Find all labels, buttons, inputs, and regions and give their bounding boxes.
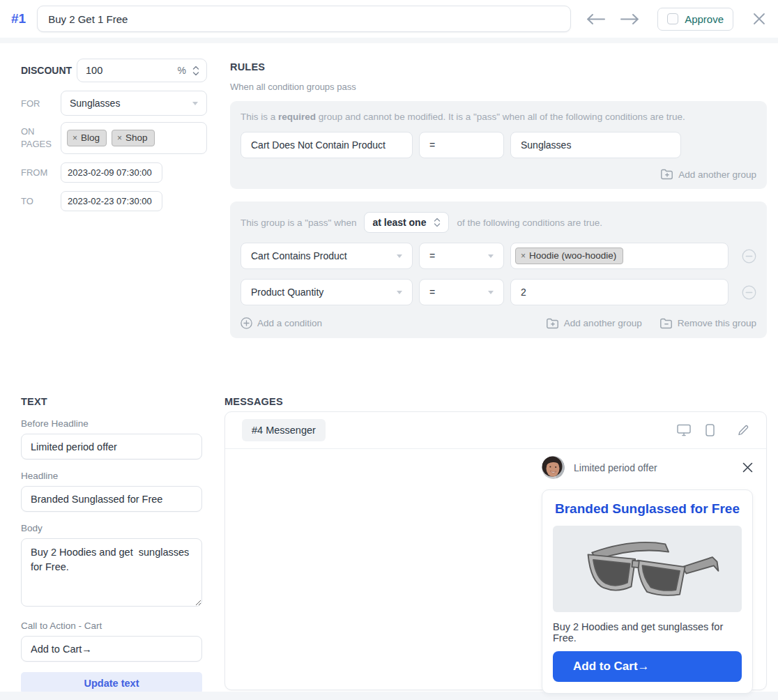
text-section: TEXT Before Headline Headline Body Buy 2… bbox=[21, 396, 202, 694]
to-row: TO bbox=[21, 191, 207, 211]
update-text-button[interactable]: Update text bbox=[21, 672, 202, 694]
page-tag-shop[interactable]: × Shop bbox=[112, 130, 155, 146]
mobile-preview-icon[interactable] bbox=[705, 424, 715, 436]
widget-header: Limited period offer bbox=[542, 456, 753, 479]
group-footer: Add another group bbox=[241, 169, 756, 180]
cta-input[interactable] bbox=[21, 636, 202, 662]
add-to-cart-button[interactable]: Add to Cart→ bbox=[553, 651, 742, 682]
condition-field-value: Cart Contains Product bbox=[251, 250, 347, 261]
condition-value-box[interactable]: 2 bbox=[510, 279, 729, 305]
approve-button[interactable]: Approve bbox=[657, 8, 733, 31]
for-select[interactable]: Sunglasses bbox=[61, 91, 207, 116]
match-type-select[interactable]: at least one bbox=[364, 212, 449, 233]
product-image bbox=[553, 526, 742, 612]
widget-before-headline: Limited period offer bbox=[574, 462, 657, 473]
condition-field-box[interactable]: Cart Does Not Contain Product bbox=[241, 132, 413, 158]
body-textarea[interactable]: Buy 2 Hoodies and get sunglasses for Fre… bbox=[21, 538, 202, 607]
campaign-settings: DISCOUNT % FOR Sunglasses ONPAGES × Blog bbox=[21, 59, 207, 211]
remove-tag-icon[interactable]: × bbox=[73, 133, 77, 143]
chevron-down-icon bbox=[488, 291, 494, 294]
sunglasses-illustration bbox=[572, 533, 723, 605]
from-date-input[interactable] bbox=[61, 162, 162, 183]
for-label: FOR bbox=[21, 98, 61, 109]
condition-field-select[interactable]: Cart Contains Product bbox=[241, 243, 413, 269]
folder-plus-icon bbox=[661, 169, 673, 180]
from-label: FROM bbox=[21, 167, 61, 178]
group2-header-pre: This group is a "pass" when bbox=[241, 218, 356, 228]
required-group-description: This is a required group and cannot be m… bbox=[241, 112, 756, 122]
add-another-group-link[interactable]: Add another group bbox=[547, 318, 642, 329]
for-value: Sunglasses bbox=[70, 98, 120, 109]
condition-value-box[interactable]: × Hoodie (woo-hoodie) bbox=[510, 243, 729, 269]
stepper-icon[interactable] bbox=[192, 65, 199, 77]
condition-operator-select[interactable]: = bbox=[419, 279, 504, 305]
before-headline-input[interactable] bbox=[21, 434, 202, 459]
remove-tag-icon[interactable]: × bbox=[521, 251, 526, 261]
plus-circle-icon bbox=[241, 317, 252, 329]
condition-row: Product Quantity = 2 bbox=[241, 279, 756, 305]
offer-body-text: Buy 2 Hoodies and get sunglasses for Fre… bbox=[553, 621, 742, 644]
discount-unit: % bbox=[178, 65, 186, 76]
campaign-title-input[interactable] bbox=[37, 6, 571, 32]
headline-label: Headline bbox=[21, 471, 202, 481]
condition-value-box[interactable]: Sunglasses bbox=[510, 132, 681, 158]
tab-messenger[interactable]: #4 Messenger bbox=[242, 419, 326, 441]
back-arrow-icon[interactable] bbox=[586, 13, 605, 25]
text-title: TEXT bbox=[21, 396, 202, 407]
condition-operator-box[interactable]: = bbox=[419, 132, 504, 158]
condition-operator-select[interactable]: = bbox=[419, 243, 504, 269]
on-pages-label: ONPAGES bbox=[21, 125, 61, 150]
cta-label: Call to Action - Cart bbox=[21, 621, 202, 631]
message-preview-panel: #4 Messenger bbox=[224, 411, 767, 690]
product-tag[interactable]: × Hoodie (woo-hoodie) bbox=[515, 248, 623, 264]
folder-plus-icon bbox=[547, 318, 559, 329]
add-condition-link[interactable]: Add a condition bbox=[241, 317, 322, 329]
condition-field-value: Product Quantity bbox=[251, 287, 323, 298]
desktop-preview-icon[interactable] bbox=[677, 424, 691, 436]
group2-header: This group is a "pass" when at least one… bbox=[241, 212, 756, 233]
product-tag-label: Hoodie (woo-hoodie) bbox=[529, 250, 616, 261]
match-type-value: at least one bbox=[372, 217, 426, 228]
group2-header-post: of the following conditions are true. bbox=[457, 218, 602, 228]
widget-close-icon[interactable] bbox=[742, 462, 753, 473]
forward-arrow-icon[interactable] bbox=[620, 13, 639, 25]
chevron-up-down-icon bbox=[434, 217, 441, 228]
remove-condition-icon[interactable] bbox=[742, 249, 756, 264]
folder-minus-icon bbox=[660, 318, 673, 329]
offer-headline: Branded Sunglassed for Free bbox=[553, 501, 742, 517]
to-date-input[interactable] bbox=[61, 191, 162, 211]
remove-this-group-link[interactable]: Remove this group bbox=[660, 318, 756, 329]
chevron-down-icon bbox=[397, 254, 402, 258]
condition-operator-value: = bbox=[429, 139, 435, 151]
condition-operator-value: = bbox=[429, 250, 435, 261]
required-condition-group: This is a required group and cannot be m… bbox=[230, 101, 767, 189]
remove-condition-icon[interactable] bbox=[742, 285, 756, 300]
offer-card: Branded Sunglassed for Free bbox=[542, 489, 753, 694]
rules-section: RULES When all condition groups pass Thi… bbox=[230, 61, 767, 338]
remove-tag-icon[interactable]: × bbox=[117, 133, 122, 143]
message-tabbar: #4 Messenger bbox=[225, 412, 766, 449]
close-icon[interactable] bbox=[753, 13, 765, 25]
before-headline-label: Before Headline bbox=[21, 418, 202, 429]
on-pages-multiselect[interactable]: × Blog × Shop bbox=[61, 122, 207, 154]
approve-checkbox[interactable] bbox=[667, 13, 678, 24]
for-row: FOR Sunglasses bbox=[21, 91, 207, 116]
page-tag-blog[interactable]: × Blog bbox=[67, 130, 107, 146]
condition-value: 2 bbox=[521, 287, 526, 298]
add-another-group-label: Add another group bbox=[564, 318, 642, 328]
discount-field[interactable]: % bbox=[77, 59, 207, 82]
add-another-group-link[interactable]: Add another group bbox=[661, 169, 756, 180]
discount-row: DISCOUNT % bbox=[21, 59, 207, 82]
edit-pencil-icon[interactable] bbox=[737, 424, 749, 436]
to-label: TO bbox=[21, 196, 61, 206]
remove-this-group-label: Remove this group bbox=[678, 318, 756, 328]
condition-field-value: Cart Does Not Contain Product bbox=[251, 139, 386, 151]
condition-value: Sunglasses bbox=[521, 139, 571, 151]
from-row: FROM bbox=[21, 162, 207, 183]
headline-input[interactable] bbox=[21, 486, 202, 512]
body-label: Body bbox=[21, 523, 202, 533]
condition-field-select[interactable]: Product Quantity bbox=[241, 279, 413, 305]
approve-label: Approve bbox=[685, 13, 724, 25]
chevron-down-icon bbox=[397, 291, 402, 294]
discount-input[interactable] bbox=[86, 65, 135, 76]
